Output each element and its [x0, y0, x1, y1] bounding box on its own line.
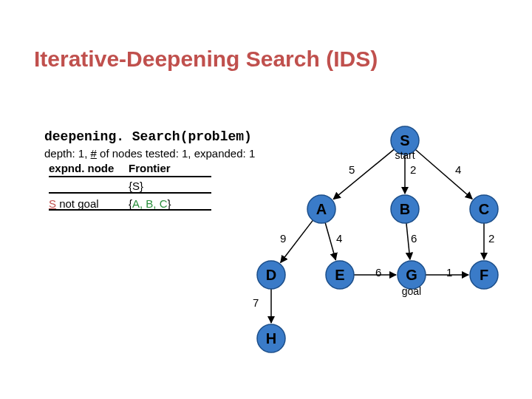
node-label: F — [480, 267, 488, 283]
edge-weight: 4 — [455, 163, 461, 176]
edge-weight: 1 — [446, 266, 452, 279]
edge-weight: 6 — [411, 232, 417, 245]
node-label: B — [400, 201, 410, 217]
edge-weight: 2 — [410, 163, 416, 176]
node-sublabel: goal — [402, 285, 421, 297]
node-label: H — [266, 330, 276, 347]
node-label: C — [479, 201, 489, 217]
node-label: D — [266, 267, 276, 283]
edge-weight: 7 — [253, 296, 259, 309]
svg-line-5 — [406, 223, 410, 259]
svg-line-0 — [333, 149, 394, 200]
edge-weight: 9 — [280, 232, 286, 245]
edge-weight: 6 — [375, 266, 381, 279]
svg-line-4 — [325, 222, 335, 259]
edge-weight: 2 — [488, 232, 494, 245]
node-label: A — [316, 201, 327, 217]
edge-weight: 5 — [349, 163, 355, 176]
node-label: S — [400, 132, 409, 149]
search-tree: 5249462617 SstartABCDEGgoalFH — [0, 0, 532, 399]
svg-line-2 — [415, 149, 472, 199]
node-sublabel: start — [395, 149, 415, 161]
node-label: G — [406, 267, 417, 283]
edge-weight: 4 — [336, 232, 342, 245]
node-label: E — [335, 267, 344, 283]
